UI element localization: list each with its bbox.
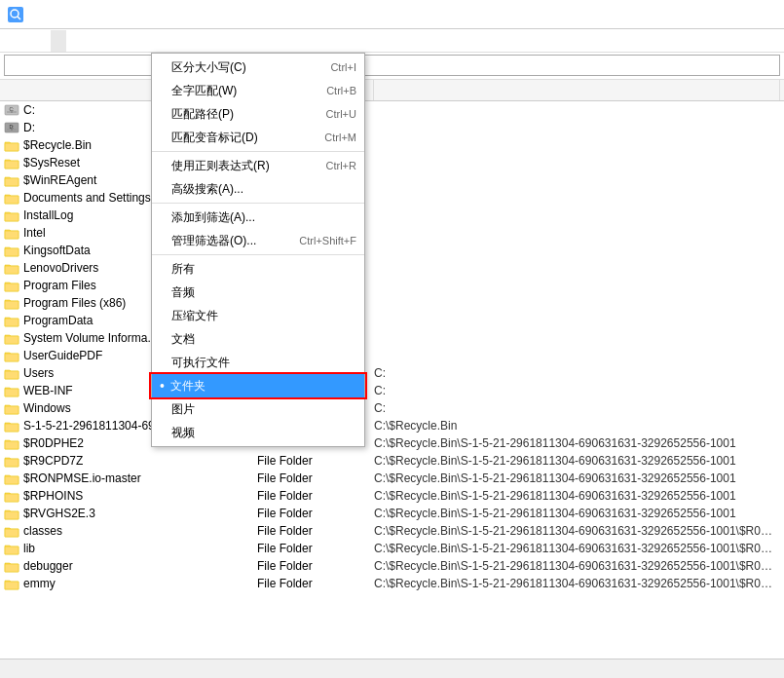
dropdown-item-video[interactable]: 视频: [152, 421, 364, 444]
cell-type: File Folder: [257, 559, 374, 573]
dropdown-item-manage-filter[interactable]: 管理筛选器(O)...Ctrl+Shift+F: [152, 229, 364, 252]
dropdown-item-advanced[interactable]: 高级搜索(A)...: [152, 177, 364, 201]
folder-icon: [4, 454, 19, 468]
dropdown-item-image[interactable]: 图片: [152, 397, 364, 421]
dropdown-item-shortcut: Ctrl+U: [326, 108, 356, 120]
table-row[interactable]: LenovoDrivers: [0, 259, 784, 277]
folder-icon: [4, 366, 19, 380]
cell-name: $RONPMSE.io-master: [4, 471, 257, 485]
dropdown-item-label: 图片: [171, 401, 195, 418]
dropdown-item-document[interactable]: 文档: [152, 327, 364, 351]
table-row[interactable]: WEB-INF File Folder C:: [0, 382, 784, 399]
cell-path: C:\$Recycle.Bin\S-1-5-21-2961811304-6906…: [374, 436, 780, 450]
menu-tools[interactable]: [82, 30, 97, 52]
table-row[interactable]: $RONPMSE.io-master File Folder C:\$Recyc…: [0, 470, 784, 487]
folder-icon: [4, 401, 19, 415]
dropdown-item-folder[interactable]: •文件夹: [152, 374, 364, 397]
menu-search[interactable]: [51, 30, 66, 52]
dropdown-item-label: 文件夹: [170, 378, 205, 395]
table-row[interactable]: S-1-5-21-2961811304-690631631-329... Fil…: [0, 417, 784, 434]
table-row[interactable]: $Recycle.Bin: [0, 136, 784, 154]
menu-view[interactable]: [35, 30, 51, 52]
folder-icon: [4, 138, 19, 152]
folder-icon: [4, 507, 19, 520]
svg-rect-16: [5, 248, 19, 256]
folder-icon: [4, 436, 19, 450]
cell-path: C:\$Recycle.Bin\S-1-5-21-2961811304-6906…: [374, 524, 780, 538]
svg-rect-19: [5, 301, 19, 309]
table-row[interactable]: Program Files (x86): [0, 294, 784, 312]
folder-icon: [4, 489, 19, 503]
table-row[interactable]: $R9CPD7Z File Folder C:\$Recycle.Bin\S-1…: [0, 452, 784, 470]
search-input[interactable]: [4, 55, 780, 76]
dropdown-item-compressed[interactable]: 压缩文件: [152, 304, 364, 327]
folder-icon: [4, 542, 19, 555]
bullet-dot: •: [160, 378, 165, 394]
svg-rect-10: [5, 143, 19, 151]
table-row[interactable]: Intel: [0, 224, 784, 242]
cell-type: File Folder: [257, 577, 374, 590]
dropdown-item-audio[interactable]: 音频: [152, 281, 364, 304]
svg-rect-23: [5, 371, 19, 379]
dropdown-item-shortcut: Ctrl+M: [324, 132, 356, 143]
menu-help[interactable]: [97, 30, 113, 52]
cell-type: File Folder: [257, 454, 374, 468]
cell-type: File Folder: [257, 471, 374, 485]
folder-icon: [4, 314, 19, 327]
svg-rect-21: [5, 336, 19, 344]
menu-bookmark[interactable]: [66, 30, 82, 52]
folder-icon: [4, 173, 19, 187]
folder-icon: [4, 208, 19, 222]
table-row[interactable]: $RVGHS2E.3 File Folder C:\$Recycle.Bin\S…: [0, 505, 784, 522]
table-row[interactable]: $SysReset: [0, 154, 784, 171]
table-row[interactable]: Windows File Folder C:: [0, 399, 784, 417]
folder-icon: [4, 419, 19, 433]
svg-rect-14: [5, 213, 19, 221]
svg-rect-15: [5, 231, 19, 239]
menu-file[interactable]: [4, 30, 19, 52]
col-header-path[interactable]: [374, 80, 780, 100]
table-row[interactable]: debugger File Folder C:\$Recycle.Bin\S-1…: [0, 557, 784, 575]
table-row[interactable]: KingsoftData: [0, 242, 784, 259]
table-row[interactable]: $WinREAgent: [0, 171, 784, 189]
dropdown-item-label: 文档: [171, 331, 195, 348]
dropdown-item-match-path[interactable]: 匹配路径(P)Ctrl+U: [152, 102, 364, 126]
dropdown-menu: 区分大小写(C)Ctrl+I全字匹配(W)Ctrl+B匹配路径(P)Ctrl+U…: [151, 53, 365, 447]
svg-text:D:: D:: [10, 124, 15, 130]
table-row[interactable]: Users File Folder C:: [0, 364, 784, 382]
dropdown-item-whole-word[interactable]: 全字匹配(W)Ctrl+B: [152, 79, 364, 102]
menu-edit[interactable]: [19, 30, 35, 52]
status-bar: [0, 659, 784, 678]
cell-path: C:: [374, 366, 780, 380]
dropdown-item-all[interactable]: 所有: [152, 257, 364, 281]
dropdown-item-match-diacritic[interactable]: 匹配变音标记(D)Ctrl+M: [152, 126, 364, 149]
table-row[interactable]: InstallLog: [0, 207, 784, 224]
table-row[interactable]: UserGuidePDF: [0, 347, 784, 364]
svg-rect-17: [5, 266, 19, 274]
table-row[interactable]: emmy File Folder C:\$Recycle.Bin\S-1-5-2…: [0, 575, 784, 592]
dropdown-item-executable[interactable]: 可执行文件: [152, 351, 364, 374]
table-row[interactable]: Program Files: [0, 277, 784, 294]
table-row[interactable]: Documents and Settings: [0, 189, 784, 207]
dropdown-item-case[interactable]: 区分大小写(C)Ctrl+I: [152, 56, 364, 79]
table-row[interactable]: System Volume Informa...: [0, 329, 784, 347]
cell-path: C:\$Recycle.Bin\S-1-5-21-2961811304-6906…: [374, 507, 780, 520]
cell-path: C:\$Recycle.Bin\S-1-5-21-2961811304-6906…: [374, 542, 780, 555]
table-row[interactable]: classes File Folder C:\$Recycle.Bin\S-1-…: [0, 522, 784, 540]
cell-type: File Folder: [257, 489, 374, 503]
dropdown-separator: [152, 151, 364, 152]
title-bar: [0, 0, 784, 29]
table-row[interactable]: C: C:: [0, 101, 784, 119]
table-row[interactable]: lib File Folder C:\$Recycle.Bin\S-1-5-21…: [0, 540, 784, 557]
table-row[interactable]: $R0DPHE2 File Folder C:\$Recycle.Bin\S-1…: [0, 434, 784, 452]
table-row[interactable]: D: D:: [0, 119, 784, 136]
table-row[interactable]: ProgramData: [0, 312, 784, 329]
table-row[interactable]: $RPHOINS File Folder C:\$Recycle.Bin\S-1…: [0, 487, 784, 505]
cell-name: classes: [4, 524, 257, 538]
svg-line-1: [18, 17, 20, 19]
dropdown-item-regex[interactable]: 使用正则表达式(R)Ctrl+R: [152, 154, 364, 177]
dropdown-item-add-filter[interactable]: 添加到筛选(A)...: [152, 206, 364, 229]
cell-name: $RVGHS2E.3: [4, 507, 257, 520]
file-list: C: C: D: D: $Recycle.Bin $SysReset $WinR…: [0, 101, 784, 659]
dropdown-item-label: 压缩文件: [171, 308, 218, 324]
